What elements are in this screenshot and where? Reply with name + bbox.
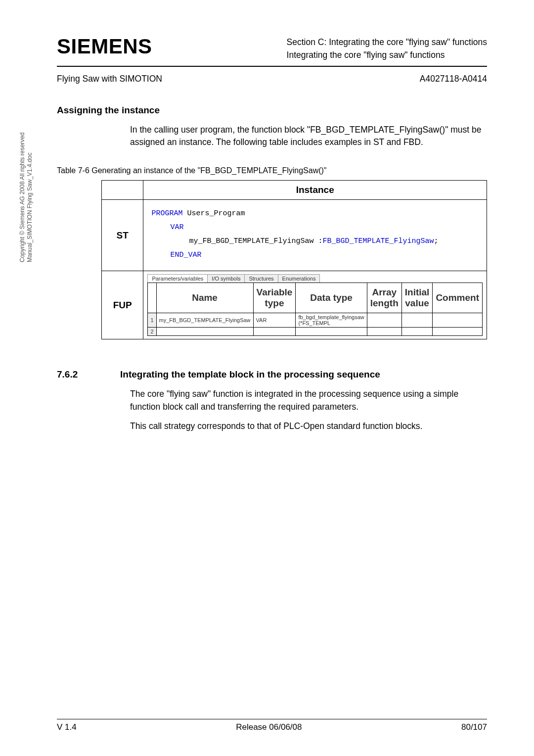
- header-line-1: Section C: Integrating the core "flying …: [287, 36, 487, 48]
- instance-table-header-blank: [102, 181, 143, 200]
- paragraph-seq-1: The core "flying saw" function is integr…: [130, 388, 487, 413]
- fup-tab-structures[interactable]: Structures: [244, 274, 278, 283]
- fup-tabs: Parameters/variables I/O symbols Structu…: [147, 274, 483, 283]
- footer-page: 80/107: [461, 722, 487, 732]
- st-line-2: VAR: [151, 221, 479, 235]
- row-label-fup: FUP: [102, 271, 143, 339]
- fup-panel: Parameters/variables I/O symbols Structu…: [147, 274, 483, 336]
- side-line-2: Manual_SIMOTION Flying Saw_V1.4.doc: [26, 153, 33, 262]
- fup-cell-datatype[interactable]: fb_bgd_template_flyingsaw (*FS_TEMPL: [296, 313, 367, 328]
- fup-grid-row-1: 1 my_FB_BGD_TEMPLATE_FlyingSaw VAR fb_bg…: [148, 313, 483, 328]
- instance-table-header-row: Instance: [102, 181, 487, 200]
- row-content-fup: Parameters/variables I/O symbols Structu…: [143, 271, 487, 339]
- subheader: Flying Saw with SIMOTION A4027118-A0414: [57, 74, 487, 84]
- st-line-4: END_VAR: [151, 248, 479, 262]
- fup-cell-empty[interactable]: [253, 328, 296, 336]
- fup-cell-arraylen[interactable]: [367, 313, 401, 328]
- fup-cell-empty[interactable]: [156, 328, 253, 336]
- fup-tab-parameters[interactable]: Parameters/variables: [147, 274, 208, 283]
- instance-table-row-fup: FUP Parameters/variables I/O symbols Str…: [102, 271, 487, 339]
- side-line-1: Copyright © Siemens AG 2008 All rights r…: [19, 133, 26, 262]
- fup-cell-name[interactable]: my_FB_BGD_TEMPLATE_FlyingSaw: [156, 313, 253, 328]
- section-number: 7.6.2: [57, 369, 100, 380]
- fup-grid-header: Name Variable type Data type Array lengt…: [148, 283, 483, 313]
- fup-cell-initval[interactable]: [401, 313, 433, 328]
- header-rule: [57, 66, 487, 67]
- footer-release: Release 06/06/08: [236, 722, 302, 732]
- fup-grid-row-2: 2: [148, 328, 483, 336]
- fup-rownum-2: 2: [148, 328, 156, 336]
- fup-col-datatype: Data type: [296, 283, 367, 313]
- fup-grid: Name Variable type Data type Array lengt…: [147, 283, 483, 336]
- header-line-2: Integrating the core "flying saw" functi…: [287, 48, 487, 61]
- fup-cell-empty[interactable]: [296, 328, 367, 336]
- row-label-st: ST: [102, 200, 143, 271]
- fup-col-initval: Initial value: [401, 283, 433, 313]
- instance-table-row-st: ST PROGRAM Users_Program VAR my_FB_BGD_T…: [102, 200, 487, 271]
- instance-table: Instance ST PROGRAM Users_Program VAR my…: [101, 180, 487, 339]
- fup-rownum-1: 1: [148, 313, 156, 328]
- footer-line: V 1.4 Release 06/06/08 80/107: [57, 719, 487, 732]
- footer-version: V 1.4: [57, 722, 77, 732]
- fup-cell-empty[interactable]: [401, 328, 433, 336]
- table-caption: Table 7-6 Generating an instance of the …: [57, 166, 487, 175]
- fup-col-comment: Comment: [433, 283, 483, 313]
- fup-col-vartype: Variable type: [253, 283, 296, 313]
- paragraph-assign: In the calling user program, the functio…: [130, 124, 487, 149]
- instance-table-header-instance: Instance: [143, 181, 487, 200]
- fup-cell-empty[interactable]: [367, 328, 401, 336]
- paragraph-seq-2: This call strategy corresponds to that o…: [130, 420, 487, 432]
- page: Copyright © Siemens AG 2008 All rights r…: [0, 0, 534, 756]
- st-line-3: my_FB_BGD_TEMPLATE_FlyingSaw :FB_BGD_TEM…: [151, 235, 479, 248]
- heading-assigning-instance: Assigning the instance: [57, 105, 487, 116]
- st-code-block: PROGRAM Users_Program VAR my_FB_BGD_TEMP…: [151, 207, 479, 262]
- subheader-left: Flying Saw with SIMOTION: [57, 74, 162, 84]
- st-line-1: PROGRAM Users_Program: [151, 209, 245, 218]
- fup-cell-comment[interactable]: [433, 313, 483, 328]
- row-content-st: PROGRAM Users_Program VAR my_FB_BGD_TEMP…: [143, 200, 487, 271]
- fup-tab-io-symbols[interactable]: I/O symbols: [207, 274, 245, 283]
- fup-cell-empty[interactable]: [433, 328, 483, 336]
- fup-col-name: Name: [156, 283, 253, 313]
- header: SIEMENS Section C: Integrating the core …: [57, 35, 487, 62]
- fup-tab-enumerations[interactable]: Enumerations: [278, 274, 320, 283]
- header-right: Section C: Integrating the core "flying …: [287, 35, 487, 62]
- fup-cell-vartype[interactable]: VAR: [253, 313, 296, 328]
- fup-col-blank: [148, 283, 156, 313]
- brand-logo: SIEMENS: [57, 35, 152, 58]
- section-7-6-2: 7.6.2 Integrating the template block in …: [57, 369, 487, 380]
- fup-col-arraylen: Array length: [367, 283, 401, 313]
- side-copyright: Copyright © Siemens AG 2008 All rights r…: [19, 133, 34, 262]
- subheader-right: A4027118-A0414: [420, 74, 487, 84]
- section-title: Integrating the template block in the pr…: [120, 369, 380, 380]
- footer: V 1.4 Release 06/06/08 80/107: [57, 719, 487, 732]
